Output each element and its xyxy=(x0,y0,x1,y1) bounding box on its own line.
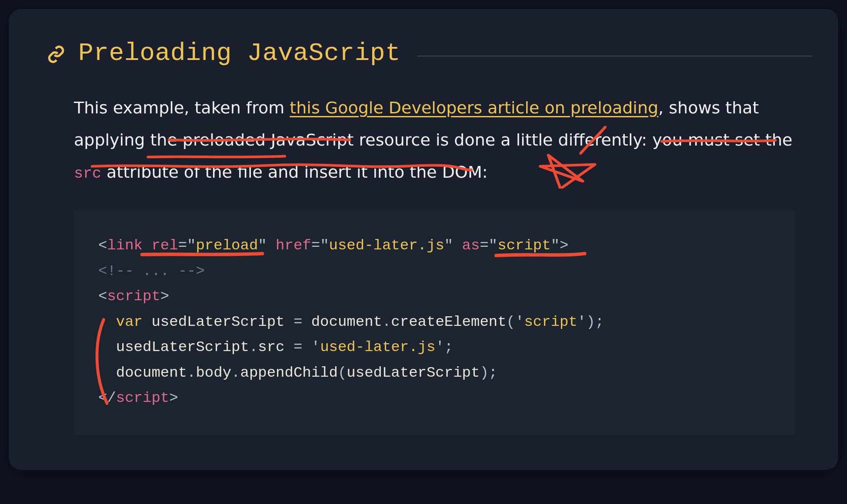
article-link[interactable]: this Google Developers article on preloa… xyxy=(290,98,658,117)
intro-paragraph: This example, taken from this Google Dev… xyxy=(74,92,795,189)
inline-code-src: src xyxy=(74,165,101,182)
heading-row: Preloading JavaScript xyxy=(47,39,812,67)
code-block: <link rel="preload" href="used-later.js"… xyxy=(74,209,795,435)
article-section: Preloading JavaScript This example, take… xyxy=(9,9,838,470)
code: <link rel="preload" href="used-later.js"… xyxy=(98,233,770,411)
link-icon[interactable] xyxy=(47,45,65,65)
section-heading: Preloading JavaScript xyxy=(78,39,400,67)
text: attribute of the file and insert it into… xyxy=(101,162,488,182)
text: This example, taken from xyxy=(74,98,290,117)
heading-rule xyxy=(417,56,812,56)
